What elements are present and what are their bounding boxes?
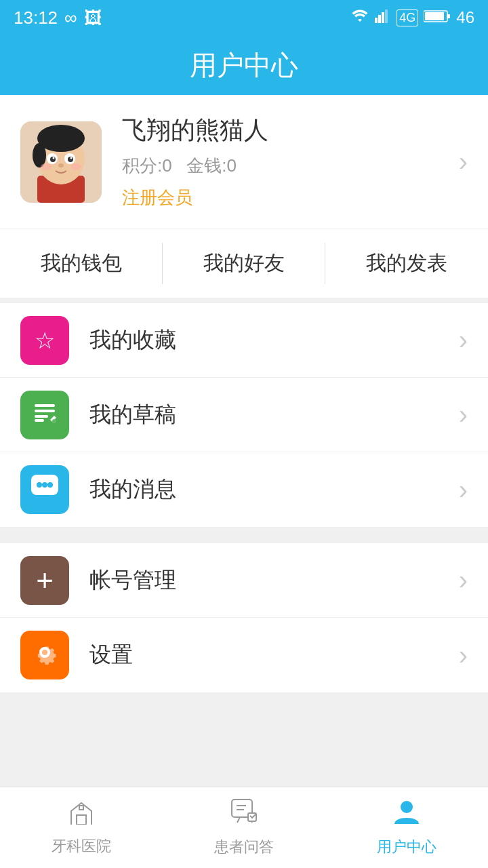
nav-hospital[interactable]: 牙科医院 (0, 787, 163, 868)
svg-rect-31 (77, 815, 86, 825)
menu-item-settings[interactable]: 设置 (0, 618, 488, 692)
svg-point-20 (41, 163, 52, 170)
gear-icon (30, 637, 60, 673)
register-link[interactable]: 注册会员 (122, 186, 459, 210)
separator (0, 532, 488, 543)
plus-icon: + (36, 566, 54, 595)
svg-rect-23 (35, 410, 55, 412)
account-chevron (459, 565, 468, 595)
lte-badge: 4G (396, 9, 418, 26)
svg-rect-24 (35, 415, 48, 418)
nav-qa-label: 患者问答 (214, 837, 274, 857)
svg-point-37 (401, 801, 413, 813)
wifi-icon (350, 8, 369, 27)
svg-rect-22 (35, 404, 55, 407)
battery-icon (424, 8, 451, 27)
menu-item-drafts[interactable]: 我的草稿 (0, 378, 488, 452)
drafts-icon-wrap (20, 391, 69, 439)
svg-point-28 (37, 482, 42, 488)
qa-icon (230, 798, 258, 831)
settings-icon-wrap (20, 631, 69, 679)
wallet-link[interactable]: 我的钱包 (0, 229, 163, 298)
svg-point-19 (58, 163, 64, 167)
messages-chevron (459, 475, 468, 505)
account-icon-wrap: + (20, 556, 69, 605)
favorites-label: 我的收藏 (89, 326, 459, 355)
favorites-chevron (459, 325, 468, 355)
menu-section-2: + 帐号管理 设置 (0, 543, 488, 692)
profile-info: 飞翔的熊猫人 积分:0 金钱:0 注册会员 (122, 114, 459, 210)
settings-chevron (459, 640, 468, 671)
status-right: 4G 46 (350, 8, 474, 27)
message-icon (30, 473, 60, 507)
user-icon (393, 798, 420, 831)
svg-point-18 (70, 157, 73, 159)
menu-item-favorites[interactable]: ☆ 我的收藏 (0, 303, 488, 378)
status-left: 13:12 ∞ 🖼 (14, 7, 102, 28)
status-bar: 13:12 ∞ 🖼 4G (0, 0, 488, 35)
profile-section[interactable]: 飞翔的熊猫人 积分:0 金钱:0 注册会员 (0, 95, 488, 229)
nav-user-label: 用户中心 (377, 837, 436, 857)
menu-item-account[interactable]: + 帐号管理 (0, 543, 488, 618)
friends-link[interactable]: 我的好友 (163, 229, 325, 298)
signal-icon (375, 8, 391, 27)
drafts-chevron (459, 399, 468, 430)
svg-rect-0 (375, 18, 378, 23)
profile-chevron[interactable] (459, 146, 468, 177)
username: 飞翔的熊猫人 (122, 114, 459, 147)
nav-user[interactable]: 用户中心 (325, 787, 488, 868)
messages-icon-wrap (20, 465, 69, 514)
image-icon: 🖼 (84, 7, 102, 28)
svg-point-17 (53, 157, 55, 159)
page-header: 用户中心 (0, 35, 488, 95)
points: 积分:0 (122, 155, 172, 176)
nav-qa[interactable]: 患者问答 (163, 787, 325, 868)
svg-point-30 (47, 482, 53, 488)
profile-stats: 积分:0 金钱:0 (122, 154, 459, 178)
svg-rect-25 (35, 419, 44, 422)
money: 金钱:0 (186, 155, 237, 176)
page-title: 用户中心 (190, 47, 298, 84)
menu-item-messages[interactable]: 我的消息 (0, 452, 488, 527)
svg-point-26 (52, 419, 56, 423)
svg-point-21 (70, 163, 81, 170)
quick-links: 我的钱包 我的好友 我的发表 (0, 229, 488, 303)
svg-rect-2 (382, 12, 384, 23)
svg-rect-1 (378, 15, 381, 23)
avatar[interactable] (20, 121, 102, 203)
posts-link[interactable]: 我的发表 (325, 229, 488, 298)
svg-rect-32 (79, 806, 83, 810)
star-icon: ☆ (35, 327, 55, 354)
svg-rect-3 (385, 9, 388, 23)
bottom-nav: 牙科医院 患者问答 用户中心 (0, 787, 488, 868)
account-label: 帐号管理 (89, 566, 459, 595)
svg-point-29 (42, 482, 47, 488)
time: 13:12 (14, 7, 58, 28)
infinity-icon: ∞ (64, 7, 77, 28)
settings-label: 设置 (89, 640, 459, 670)
hospital-icon (68, 799, 95, 831)
svg-rect-6 (425, 12, 444, 20)
svg-rect-5 (447, 14, 450, 18)
drafts-label: 我的草稿 (89, 400, 459, 430)
messages-label: 我的消息 (89, 475, 459, 505)
battery-level: 46 (456, 8, 474, 27)
favorites-icon-wrap: ☆ (20, 316, 69, 365)
drafts-icon (31, 399, 58, 430)
menu-section-1: ☆ 我的收藏 我的草稿 (0, 303, 488, 527)
nav-hospital-label: 牙科医院 (52, 836, 111, 856)
